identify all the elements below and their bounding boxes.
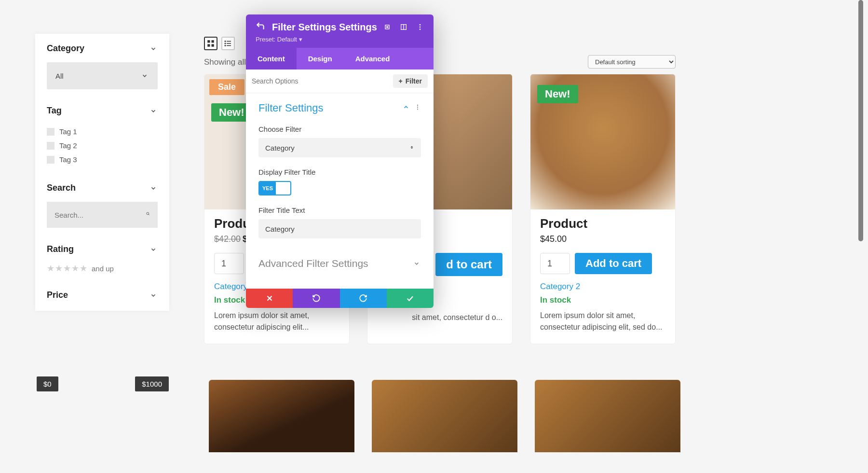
svg-point-11 bbox=[225, 45, 226, 46]
category-select-value: All bbox=[55, 72, 64, 80]
old-price: $42.00 bbox=[214, 234, 241, 244]
choose-filter-select[interactable]: Category bbox=[258, 138, 421, 157]
search-icon[interactable] bbox=[146, 209, 150, 221]
svg-point-9 bbox=[225, 41, 226, 42]
plus-icon: + bbox=[399, 77, 403, 85]
add-to-cart-button[interactable]: d to cart bbox=[435, 253, 502, 276]
svg-line-1 bbox=[149, 214, 149, 215]
chevron-down-icon bbox=[149, 291, 158, 300]
product-card bbox=[372, 380, 517, 452]
more-icon[interactable] bbox=[414, 104, 421, 112]
sidebar-search-header[interactable]: Search bbox=[47, 183, 158, 193]
settings-modal: Filter Settings Settings Preset: Default… bbox=[246, 14, 434, 308]
svg-point-10 bbox=[225, 43, 226, 44]
advanced-section-title: Advanced Filter Settings bbox=[258, 258, 368, 269]
title-text-label: Filter Title Text bbox=[258, 206, 421, 214]
svg-point-17 bbox=[420, 27, 421, 28]
category-select[interactable]: All bbox=[47, 62, 158, 89]
sale-badge: Sale bbox=[209, 79, 244, 95]
price-min[interactable]: $0 bbox=[37, 376, 58, 391]
display-title-toggle[interactable]: YES bbox=[258, 181, 291, 195]
sidebar-price-header[interactable]: Price bbox=[47, 290, 158, 300]
product-name: Product bbox=[540, 216, 665, 231]
qty-input[interactable] bbox=[540, 253, 570, 274]
checkbox-icon bbox=[47, 128, 54, 136]
sidebar-tag-header[interactable]: Tag bbox=[47, 106, 158, 116]
modal-tabs: Content Design Advanced bbox=[246, 48, 434, 70]
display-title-label: Display Filter Title bbox=[258, 168, 421, 176]
product-card bbox=[209, 380, 354, 452]
chevron-down-icon bbox=[412, 259, 421, 268]
layout-icon[interactable] bbox=[400, 23, 407, 31]
modal-title: Filter Settings Settings bbox=[272, 22, 377, 33]
sidebar: Category All Tag Tag 1 Tag 2 Tag 3 Searc… bbox=[35, 34, 169, 311]
preset-selector[interactable]: Preset: Default ▾ bbox=[256, 36, 424, 43]
list-view-button[interactable] bbox=[221, 37, 235, 50]
choose-filter-label: Choose Filter bbox=[258, 125, 421, 133]
expand-icon[interactable] bbox=[383, 23, 391, 31]
product-desc: sit amet, consectetur d o... bbox=[377, 312, 502, 323]
scrollbar[interactable] bbox=[858, 0, 863, 241]
section-title: Filter Settings bbox=[258, 102, 324, 114]
svg-point-13 bbox=[387, 27, 388, 28]
product-image: New! bbox=[530, 74, 675, 209]
sidebar-tag-title: Tag bbox=[47, 106, 62, 116]
tab-content[interactable]: Content bbox=[246, 48, 297, 70]
svg-marker-22 bbox=[411, 147, 413, 149]
price-max[interactable]: $1000 bbox=[135, 376, 169, 391]
tag-checkbox-1[interactable]: Tag 1 bbox=[47, 125, 158, 139]
chevron-up-icon[interactable] bbox=[403, 104, 409, 112]
price-range: $0 $1000 bbox=[37, 376, 169, 391]
product-grid-row2 bbox=[209, 380, 680, 452]
redo-button[interactable] bbox=[340, 289, 387, 308]
view-toolbar bbox=[204, 37, 235, 50]
sidebar-rating-header[interactable]: Rating bbox=[47, 244, 158, 254]
svg-point-20 bbox=[417, 107, 418, 108]
svg-rect-2 bbox=[207, 40, 210, 42]
caret-down-icon: ▾ bbox=[299, 36, 302, 43]
confirm-button[interactable] bbox=[387, 289, 434, 308]
chevron-down-icon bbox=[149, 107, 158, 115]
sort-select[interactable]: Default sorting bbox=[588, 55, 676, 69]
checkbox-icon bbox=[47, 156, 54, 164]
svg-rect-4 bbox=[207, 44, 210, 47]
chevron-down-icon bbox=[149, 245, 158, 254]
sidebar-rating-title: Rating bbox=[47, 244, 74, 254]
undo-button[interactable] bbox=[293, 289, 339, 308]
chevron-down-icon bbox=[149, 44, 158, 53]
qty-input[interactable] bbox=[214, 253, 244, 274]
title-text-input[interactable] bbox=[258, 219, 421, 238]
grid-view-button[interactable] bbox=[204, 37, 217, 50]
add-to-cart-button[interactable]: Add to cart bbox=[575, 253, 652, 274]
sidebar-search-title: Search bbox=[47, 183, 76, 193]
add-filter-button[interactable]: +Filter bbox=[393, 74, 428, 88]
product-category[interactable]: Category 2 bbox=[540, 282, 665, 292]
sidebar-category-title: Category bbox=[47, 43, 84, 54]
sidebar-price-title: Price bbox=[47, 290, 68, 300]
search-input[interactable] bbox=[54, 211, 146, 219]
tab-advanced[interactable]: Advanced bbox=[344, 48, 402, 70]
tab-design[interactable]: Design bbox=[297, 48, 344, 70]
back-icon[interactable] bbox=[256, 21, 265, 33]
advanced-filter-section[interactable]: Advanced Filter Settings bbox=[246, 247, 434, 289]
filter-settings-section[interactable]: Filter Settings bbox=[258, 102, 421, 114]
more-icon[interactable] bbox=[416, 23, 424, 31]
chevron-down-icon bbox=[140, 71, 149, 80]
rating-filter[interactable]: ★★★★★and up bbox=[47, 263, 158, 274]
stock-status: In stock bbox=[540, 295, 665, 305]
svg-point-0 bbox=[147, 212, 149, 215]
options-search-input[interactable] bbox=[252, 77, 393, 85]
cancel-button[interactable] bbox=[246, 289, 293, 308]
new-badge: New! bbox=[537, 85, 578, 103]
product-card bbox=[535, 380, 680, 452]
search-box bbox=[47, 202, 158, 228]
product-card: New! Product $45.00 Add to cart Category… bbox=[530, 74, 676, 344]
sidebar-category-header[interactable]: Category bbox=[47, 43, 158, 54]
tag-checkbox-2[interactable]: Tag 2 bbox=[47, 139, 158, 153]
results-count: Showing all 1 bbox=[204, 57, 253, 67]
svg-point-21 bbox=[417, 109, 418, 110]
tag-checkbox-3[interactable]: Tag 3 bbox=[47, 153, 158, 167]
svg-rect-3 bbox=[212, 40, 214, 42]
rating-suffix: and up bbox=[92, 264, 114, 273]
product-price: $45.00 bbox=[540, 234, 567, 244]
